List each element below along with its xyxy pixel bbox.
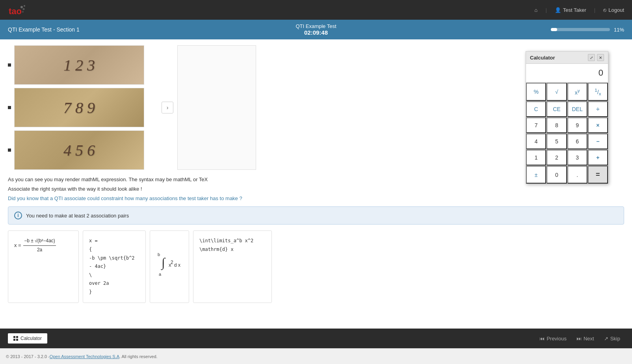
calc-resize-button[interactable]: ⤢ [588,54,595,61]
info-box: i You need to make at least 2 associatio… [8,206,624,225]
description-line3: Did you know that a QTI associate could … [8,195,624,203]
svg-point-4 [22,11,24,13]
calc-key-2[interactable]: 2 [546,150,567,165]
logout-label: Logout [608,7,624,13]
timer: 02:09:48 [213,29,418,36]
header-bar: QTI Example Test - Section 1 QTI Example… [0,20,632,39]
svg-text:x: x [169,262,171,268]
calc-key-decimal[interactable]: . [567,166,587,184]
image-123[interactable]: 1 2 3 [14,45,144,85]
association-row: x = −b ± √(b²−4ac) 2a x = { -b \pm \sqrt… [8,230,624,303]
logout-icon: ⎋ [603,7,606,13]
header-center: QTI Example Test 02:09:48 [213,23,418,36]
image-456[interactable]: 4 5 6 [14,130,144,170]
integral-display: b a ∫ 2 x d x [156,250,183,283]
calc-key-add[interactable]: + [588,150,608,165]
test-name: QTI Example Test [213,23,418,29]
image-list: 1 2 3 7 8 9 4 5 6 [8,45,158,170]
calc-key-divide[interactable]: ÷ [588,101,608,117]
calc-title: Calculator [530,55,555,61]
top-navigation: tao ⌂ | 👤 Test Taker | ⎋ Logout [0,0,632,20]
top-nav-actions: ⌂ | 👤 Test Taker | ⎋ Logout [535,7,624,13]
calc-key-7[interactable]: 7 [526,117,546,133]
user-label: Test Taker [563,7,586,13]
calculator-widget: Calculator ⤢ ✕ 0 % √ xy 1/x C CE DEL ÷ 7… [526,51,608,184]
progress-percent: 11% [614,27,624,33]
formula-display: x = −b ± √(b²−4ac) 2a [14,237,72,254]
assoc-card-tex[interactable]: x = { -b \pm \sqrt{b^2 - 4ac} \ over 2a … [83,230,146,303]
calc-key-equals[interactable]: = [588,166,608,184]
svg-text:a: a [159,272,162,277]
sand-digits-456: 4 5 6 [63,141,95,160]
svg-text:tao: tao [9,6,22,16]
progress-bar-fill [551,28,558,31]
svg-text:d x: d x [174,262,180,268]
calc-key-ce[interactable]: CE [546,101,567,117]
image-789[interactable]: 7 8 9 [14,88,144,127]
progress-bar-container [551,28,610,31]
calc-key-multiply[interactable]: × [588,117,608,133]
assoc-card-integral[interactable]: b a ∫ 2 x d x [150,230,189,303]
user-icon: 👤 [555,7,561,13]
assoc-card-raw[interactable]: \int\limits_a^b x^2 \mathrm{d} x [193,230,272,303]
calc-key-3[interactable]: 3 [567,150,587,165]
list-item: 1 2 3 [8,45,158,85]
raw-code-display: \int\limits_a^b x^2 \mathrm{d} x [199,237,266,254]
calc-key-sqrt[interactable]: √ [546,83,567,101]
calc-key-5[interactable]: 5 [546,134,567,149]
logout-link[interactable]: ⎋ Logout [603,7,624,13]
sand-digits-789: 7 8 9 [63,98,95,117]
calc-key-del[interactable]: DEL [567,101,587,117]
svg-point-1 [20,6,23,8]
calc-key-4[interactable]: 4 [526,134,546,149]
calc-key-9[interactable]: 9 [567,117,587,133]
description-line2: Associate the right syntax with the way … [8,185,624,193]
user-link[interactable]: 👤 Test Taker [555,7,586,13]
tex-code-display: x = { -b \pm \sqrt{b^2 - 4ac} \ over 2a … [89,237,139,296]
calc-close-button[interactable]: ✕ [597,54,604,61]
drop-zone[interactable] [177,45,256,170]
list-item: 4 5 6 [8,130,158,170]
calc-key-c[interactable]: C [526,101,546,117]
calc-title-bar: Calculator ⤢ ✕ [526,52,608,64]
calc-keypad: % √ xy 1/x C CE DEL ÷ 7 8 9 × 4 5 6 − 1 … [526,82,608,184]
assoc-card-formula[interactable]: x = −b ± √(b²−4ac) 2a [8,230,79,303]
svg-text:∫: ∫ [161,255,166,270]
calc-key-1[interactable]: 1 [526,150,546,165]
list-item: 7 8 9 [8,88,158,127]
svg-text:b: b [158,252,160,257]
logo-icon: tao [8,3,28,17]
home-link[interactable]: ⌂ [535,7,538,13]
svg-point-2 [24,5,25,7]
arrow-zone: › [158,45,177,170]
calc-key-8[interactable]: 8 [546,117,567,133]
info-message: You need to make at least 2 association … [26,213,129,219]
integral-svg: b a ∫ 2 x d x [156,250,183,282]
logo: tao [8,3,28,17]
info-icon: i [14,212,22,219]
arrow-right-button[interactable]: › [162,102,173,113]
calc-title-buttons: ⤢ ✕ [588,54,604,61]
calc-key-subtract[interactable]: − [588,134,608,149]
section-title: QTI Example Test - Section 1 [8,26,213,33]
sand-digits-123: 1 2 3 [63,56,95,74]
calc-key-reciprocal[interactable]: 1/x [588,83,608,101]
bullet [8,149,11,152]
calc-key-0[interactable]: 0 [546,166,567,184]
home-icon: ⌂ [535,7,538,13]
bullet [8,106,11,109]
calc-key-percent[interactable]: % [526,83,546,101]
header-right: 11% [419,27,624,33]
calc-key-plusminus[interactable]: ± [526,166,546,184]
calc-key-6[interactable]: 6 [567,134,587,149]
calc-key-power[interactable]: xy [567,83,587,101]
calc-display: 0 [526,64,608,82]
bullet [8,63,11,67]
svg-point-3 [23,8,25,10]
